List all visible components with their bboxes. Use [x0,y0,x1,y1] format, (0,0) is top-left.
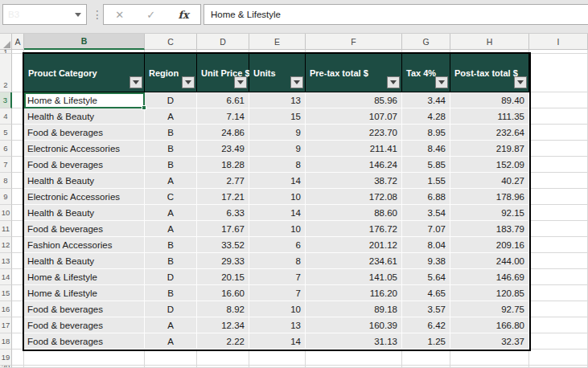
cell-B8[interactable]: Health & Beauty [24,173,145,189]
row-header-15[interactable]: 15 [0,285,12,301]
row-header-16[interactable]: 16 [0,301,12,317]
cell-G7[interactable]: 5.85 [402,157,450,173]
cell-F9[interactable]: 172.08 [306,189,402,205]
cell-A2[interactable] [12,54,24,92]
column-header-A[interactable]: A [12,34,24,50]
cell-G5[interactable]: 8.95 [402,125,450,141]
cell-F6[interactable]: 211.41 [306,141,402,157]
row-header-19[interactable]: 19 [0,350,12,366]
cell-C9[interactable]: C [145,189,197,205]
cell-B10[interactable]: Health & Beauty [24,205,145,221]
column-header-I[interactable]: I [529,34,588,50]
column-header-B[interactable]: B [24,34,145,50]
column-header-E[interactable]: E [249,34,306,50]
cell-C5[interactable]: B [145,125,197,141]
cell-E4[interactable]: 15 [249,108,306,125]
cell-A6[interactable] [12,141,24,157]
column-header-F[interactable]: F [306,34,402,50]
cell-I10[interactable] [529,205,588,221]
cell-H3[interactable]: 89.40 [450,92,529,108]
cell-A15[interactable] [12,285,24,301]
cell-G16[interactable]: 3.57 [402,301,450,317]
cell-D4[interactable]: 7.14 [197,108,249,125]
cell-H5[interactable]: 232.64 [450,125,529,141]
cell-A19[interactable] [12,350,24,366]
table-header-cell-H2[interactable]: Post-tax total $ [450,54,529,92]
cell-F8[interactable]: 38.72 [306,173,402,189]
cell-I3[interactable] [529,92,588,108]
cell-C10[interactable]: A [145,205,197,221]
cell-I13[interactable] [529,253,588,269]
cell-E15[interactable]: 7 [249,285,306,301]
row-header-13[interactable]: 13 [0,253,12,269]
cell-G4[interactable]: 4.28 [402,108,450,125]
cell-C15[interactable]: B [145,285,197,301]
cell-A13[interactable] [12,253,24,269]
cell-H13[interactable]: 244.00 [450,253,529,269]
cell-H11[interactable]: 183.79 [450,221,529,237]
row-header-9[interactable]: 9 [0,189,12,205]
cell-E10[interactable]: 14 [249,205,306,221]
cell-H17[interactable]: 166.80 [450,317,529,333]
table-header-cell-D2[interactable]: Unit Price $ [197,54,249,92]
cell-B9[interactable]: Electronic Accessories [24,189,145,205]
table-header-cell-F2[interactable]: Pre-tax total $ [306,54,402,92]
cell-D3[interactable]: 6.61 [197,92,249,108]
column-header-D[interactable]: D [197,34,249,50]
cell-G15[interactable]: 4.65 [402,285,450,301]
cell-I17[interactable] [529,317,588,333]
filter-dropdown-button-1[interactable] [182,76,195,88]
cell-A11[interactable] [12,221,24,237]
cell-D19[interactable] [197,350,249,366]
cell-E11[interactable]: 10 [249,221,306,237]
cell-D6[interactable]: 23.49 [197,141,249,157]
column-header-H[interactable]: H [450,34,529,50]
filter-dropdown-button-6[interactable] [514,76,527,88]
table-header-cell-G2[interactable]: Tax 4% [402,54,450,92]
cell-I7[interactable] [529,157,588,173]
cell-I6[interactable] [529,141,588,157]
cell-F12[interactable]: 201.12 [306,237,402,253]
cell-I11[interactable] [529,221,588,237]
cell-G17[interactable]: 6.42 [402,317,450,333]
row-header-18[interactable]: 18 [0,333,12,350]
row-header-12[interactable]: 12 [0,237,12,253]
cell-F13[interactable]: 234.61 [306,253,402,269]
cell-C3[interactable]: D [145,92,197,108]
cell-H19[interactable] [450,350,529,366]
cell-D11[interactable]: 17.67 [197,221,249,237]
cell-A4[interactable] [12,108,24,125]
cell-H18[interactable]: 32.37 [450,333,529,350]
cell-E14[interactable]: 7 [249,269,306,285]
cell-I18[interactable] [529,333,588,350]
cell-D14[interactable]: 20.15 [197,269,249,285]
filter-dropdown-button-0[interactable] [130,76,142,88]
cell-E8[interactable]: 14 [249,173,306,189]
cell-F11[interactable]: 176.72 [306,221,402,237]
name-box-dropdown-icon[interactable] [70,13,86,17]
cell-H4[interactable]: 111.35 [450,108,529,125]
cell-E6[interactable]: 9 [249,141,306,157]
cell-D15[interactable]: 16.60 [197,285,249,301]
cell-C12[interactable]: B [145,237,197,253]
cell-A5[interactable] [12,125,24,141]
cell-B17[interactable]: Food & beverages [24,317,145,333]
row-header-17[interactable]: 17 [0,317,12,333]
cell-D18[interactable]: 2.22 [197,333,249,350]
cell-B12[interactable]: Fashion Accessories [24,237,145,253]
cell-I5[interactable] [529,125,588,141]
cell-C16[interactable]: D [145,301,197,317]
cell-D10[interactable]: 6.33 [197,205,249,221]
cell-E5[interactable]: 9 [249,125,306,141]
cell-G18[interactable]: 1.25 [402,333,450,350]
cell-B19[interactable] [24,350,145,366]
cell-C6[interactable]: B [145,141,197,157]
cell-E3[interactable]: 13 [249,92,306,108]
table-header-cell-E2[interactable]: Units [249,54,306,92]
filter-dropdown-button-4[interactable] [387,76,400,88]
cell-I16[interactable] [529,301,588,317]
row-header-7[interactable]: 7 [0,157,12,173]
cell-E12[interactable]: 6 [249,237,306,253]
cell-G11[interactable]: 7.07 [402,221,450,237]
cell-C8[interactable]: A [145,173,197,189]
